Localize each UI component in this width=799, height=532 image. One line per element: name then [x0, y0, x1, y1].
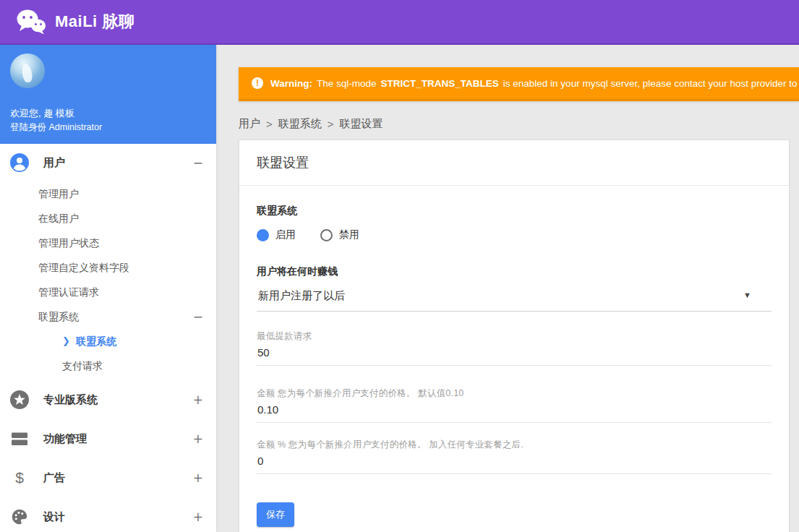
warning-text-before: The sql-mode	[317, 78, 377, 89]
amount-input[interactable]	[257, 400, 772, 423]
sidebar-item-affiliates-group[interactable]: 联盟系统 −	[0, 304, 216, 329]
breadcrumb-separator: >	[328, 118, 334, 130]
sidebar-menu: 用户 − 管理用户 在线用户 管理用户状态 管理自定义资料字段 管理认证请求 联…	[0, 144, 216, 532]
collapse-minus-icon[interactable]: −	[193, 157, 203, 169]
warning-icon: !	[252, 77, 263, 89]
card-title: 联盟设置	[239, 140, 789, 186]
collapse-minus-icon[interactable]: −	[193, 311, 203, 323]
expand-plus-icon[interactable]: +	[193, 433, 203, 445]
sidebar-item-feature-manage[interactable]: 功能管理 +	[0, 419, 216, 458]
users-submenu: 管理用户 在线用户 管理用户状态 管理自定义资料字段 管理认证请求 联盟系统 −…	[0, 181, 216, 378]
radio-disable-label: 禁用	[339, 228, 359, 241]
settings-card: 联盟设置 联盟系统 启用 禁用 用户将在何时赚钱 新用户注册了以后 ▼	[239, 140, 790, 532]
expand-plus-icon[interactable]: +	[193, 511, 203, 523]
amount-pct-group: 金额 % 您为每个新推介用户支付的价格。 加入任何专业套餐之后.	[257, 439, 772, 474]
min-withdraw-group: 最低提款请求	[257, 330, 772, 366]
sidebar-item-label: 广告	[43, 471, 193, 485]
sidebar-item-affiliates-settings[interactable]: ❯ 联盟系统	[0, 329, 216, 353]
sidebar-item-users[interactable]: 用户 −	[0, 144, 216, 181]
expand-plus-icon[interactable]: +	[193, 394, 203, 406]
palette-icon	[10, 507, 29, 526]
brand[interactable]: MaiLi 脉聊	[16, 9, 134, 35]
radio-selected-icon[interactable]	[257, 229, 269, 241]
sidebar-item-pro-system[interactable]: 专业版系统 +	[0, 380, 216, 419]
save-button[interactable]: 保存	[257, 502, 294, 527]
sidebar-item-label: 用户	[43, 156, 193, 170]
expand-plus-icon[interactable]: +	[193, 472, 203, 484]
affiliate-system-radios: 启用 禁用	[257, 228, 772, 241]
sidebar-item-design[interactable]: 设计 +	[0, 497, 216, 532]
breadcrumb-current: 联盟设置	[340, 117, 383, 131]
earn-when-group: 用户将在何时赚钱 新用户注册了以后 ▼	[257, 265, 772, 312]
amount-label: 金额 您为每个新推介用户支付的价格。 默认值0.10	[257, 387, 772, 400]
breadcrumb-users[interactable]: 用户	[239, 117, 260, 131]
sidebar-item-label: 功能管理	[43, 432, 193, 446]
sidebar-item-manage-verify-requests[interactable]: 管理认证请求	[0, 280, 216, 304]
radio-disable[interactable]: 禁用	[320, 228, 359, 241]
dollar-icon: $	[10, 468, 29, 487]
bars-icon	[10, 429, 29, 448]
warning-label: Warning:	[270, 78, 312, 89]
star-icon	[10, 390, 29, 409]
warning-banner: ! Warning: The sql-mode STRICT_TRANS_TAB…	[239, 67, 799, 101]
affiliate-system-label: 联盟系统	[257, 205, 772, 218]
breadcrumb-separator: >	[266, 118, 273, 130]
breadcrumb-affiliates[interactable]: 联盟系统	[278, 117, 322, 131]
chevron-down-icon: ▼	[743, 291, 751, 299]
sidebar-item-ads[interactable]: $ 广告 +	[0, 458, 216, 497]
sidebar-item-label: 联盟系统	[38, 304, 193, 329]
profile-welcome: 欢迎您, 趣 模板	[10, 107, 74, 120]
profile-panel: 欢迎您, 趣 模板 登陆身份 Administrator	[0, 45, 216, 144]
earn-when-value: 新用户注册了以后	[258, 289, 345, 301]
wechat-bubbles-icon	[16, 9, 46, 35]
sidebar-item-manage-user-status[interactable]: 管理用户状态	[0, 231, 216, 255]
sidebar: 欢迎您, 趣 模板 登陆身份 Administrator 用户 − 管理用户 在…	[0, 45, 216, 532]
user-icon	[10, 153, 29, 172]
radio-enable-label: 启用	[275, 228, 296, 241]
amount-pct-input[interactable]	[257, 451, 772, 474]
profile-role: 登陆身份 Administrator	[10, 121, 102, 134]
sidebar-item-label: 设计	[43, 510, 193, 524]
card-body: 联盟系统 启用 禁用 用户将在何时赚钱 新用户注册了以后 ▼	[239, 186, 789, 532]
breadcrumb: 用户 > 联盟系统 > 联盟设置	[239, 117, 383, 131]
sidebar-item-label: 联盟系统	[76, 329, 116, 353]
warning-highlight: STRICT_TRANS_TABLES	[381, 78, 499, 89]
min-withdraw-input[interactable]	[257, 343, 772, 366]
earn-when-label: 用户将在何时赚钱	[257, 265, 772, 278]
sidebar-item-label: 专业版系统	[43, 393, 193, 407]
sidebar-item-payment-requests[interactable]: 支付请求	[0, 353, 216, 378]
sidebar-item-online-users[interactable]: 在线用户	[0, 206, 216, 231]
amount-pct-label: 金额 % 您为每个新推介用户支付的价格。 加入任何专业套餐之后.	[257, 439, 772, 451]
chevron-right-icon: ❯	[62, 329, 70, 353]
brand-title: MaiLi 脉聊	[55, 11, 134, 33]
avatar[interactable]	[10, 53, 45, 88]
radio-enable[interactable]: 启用	[257, 228, 296, 241]
main-content: ! Warning: The sql-mode STRICT_TRANS_TAB…	[216, 45, 799, 532]
radio-unselected-icon[interactable]	[320, 229, 333, 241]
top-bar: MaiLi 脉聊	[0, 0, 799, 45]
earn-when-select[interactable]: 新用户注册了以后 ▼	[257, 289, 772, 312]
amount-group: 金额 您为每个新推介用户支付的价格。 默认值0.10	[257, 387, 772, 423]
sidebar-item-manage-custom-fields[interactable]: 管理自定义资料字段	[0, 255, 216, 280]
warning-text-after: is enabled in your mysql server, please …	[503, 78, 799, 89]
sidebar-item-manage-users[interactable]: 管理用户	[0, 181, 216, 206]
min-withdraw-label: 最低提款请求	[257, 330, 772, 343]
